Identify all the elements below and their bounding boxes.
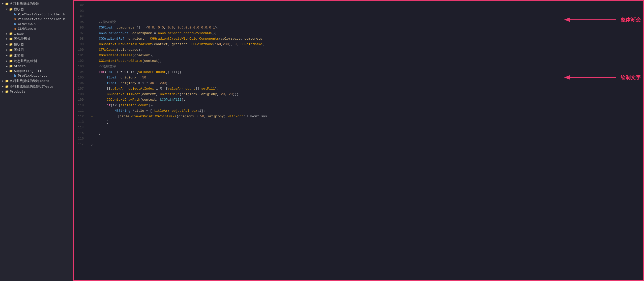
file-icon-pie-h: h	[13, 13, 17, 16]
line-num-98: 98	[76, 36, 84, 42]
line-num-102: 102	[76, 58, 84, 64]
line-num-95: 95	[76, 19, 84, 25]
code-line-102: CGContextRestoreGState(context);	[91, 58, 639, 64]
tree-label-shapes: 画各种形状	[14, 37, 30, 41]
tree-arrow-products: ▶	[1, 90, 5, 93]
line-num-111: 111	[76, 108, 84, 114]
tree-arrow-root: ▼	[1, 3, 5, 5]
sidebar-item-tests[interactable]: ▶📁各种曲线折线的绘制Tests	[0, 78, 73, 84]
file-icon-image: 📁	[9, 32, 13, 36]
line-num-92: 92	[76, 3, 84, 8]
tree-arrow-draw: ▶	[5, 48, 9, 51]
code-line-95: //整体渐变	[91, 19, 639, 25]
tree-label-trend: 走势图	[14, 53, 24, 58]
file-icon-clm-m: m	[13, 27, 17, 31]
sidebar-item-clm-m[interactable]: mCLMView.m	[0, 26, 73, 31]
sidebar-item-dynamic[interactable]: ▶📁动态曲线的绘制	[0, 58, 73, 64]
code-line-101: CGGradientRelease(gradient);	[91, 53, 639, 58]
code-line-107: [[colorArr objectAtIndex:i % [valueArr c…	[91, 86, 639, 92]
tree-arrow-support: ▶	[5, 70, 9, 73]
tree-label-pie-m: PieChartViewController.m	[18, 17, 65, 21]
file-icon-uitests: 📁	[5, 85, 9, 89]
sidebar-item-clm-h[interactable]: hCLMView.h	[0, 22, 73, 26]
code-line-113: }	[91, 119, 639, 125]
tree-label-clm-h: CLMView.h	[18, 22, 36, 26]
tree-arrow-image: ▶	[5, 32, 9, 35]
tree-label-draw: 画线图	[14, 48, 24, 52]
line-num-104: 104	[76, 69, 84, 75]
code-line-110: if(i< [titleArr count]){	[91, 103, 639, 108]
tree-arrow-others: ▶	[5, 65, 9, 68]
tree-label-uitests: 各种曲线折线的绘制UITests	[10, 84, 53, 89]
code-line-94	[91, 14, 639, 19]
sidebar-item-uitests[interactable]: ▶📁各种曲线折线的绘制UITests	[0, 84, 73, 89]
code-content[interactable]: //整体渐变 CGFloat componets [] = {0.0, 0.0,…	[87, 1, 643, 280]
file-icon-pie-m: m	[13, 18, 17, 21]
tree-label-support: Supporting Files	[14, 69, 45, 73]
line-num-100: 100	[76, 47, 84, 53]
sidebar-item-pie-h[interactable]: hPieChartViewController.h	[0, 12, 73, 17]
file-icon-tests: 📁	[5, 79, 9, 83]
line-num-94: 94	[76, 14, 84, 19]
line-num-96: 96	[76, 25, 84, 31]
tree-arrow-bar: ▶	[5, 43, 9, 46]
tree-arrow-trend: ▶	[5, 54, 9, 57]
file-icon-pie: 📁	[9, 8, 13, 11]
line-num-103: 103	[76, 64, 84, 69]
code-line-96: CGFloat componets [] = {0.0, 0.0, 0.0, 0…	[91, 25, 639, 31]
line-num-112: 112	[76, 114, 84, 119]
sidebar-item-others[interactable]: ▶📁others	[0, 64, 73, 69]
tree-arrow-pie: ▼	[5, 8, 9, 11]
line-num-106: 106	[76, 80, 84, 86]
warning-icon-line-112: ⚠	[91, 114, 93, 119]
code-line-106: float origiony = i * 30 + 200;	[91, 80, 639, 86]
sidebar: ▼📁各种曲线折线的绘制▼📁饼状图hPieChartViewController.…	[0, 0, 73, 281]
code-line-109: CGContextDrawPath(context, kCGPathFill);	[91, 97, 639, 103]
tree-label-pie: 饼状图	[14, 7, 24, 12]
code-editor[interactable]: 9293949596979899100101102103104105106107…	[73, 0, 644, 281]
line-num-110: 110	[76, 103, 84, 108]
file-icon-shapes: 📁	[9, 37, 13, 41]
line-num-105: 105	[76, 75, 84, 80]
file-icon-support: 📁	[9, 69, 13, 73]
file-icon-others: 📁	[9, 64, 13, 68]
tree-arrow-uitests: ▶	[1, 85, 5, 88]
main-content: 9293949596979899100101102103104105106107…	[73, 0, 644, 281]
code-line-116	[91, 136, 639, 142]
code-line-103: //绘制文字	[91, 64, 639, 69]
code-line-108: CGContextFillRect(context, CGRectMake(or…	[91, 92, 639, 97]
tree-label-others: others	[14, 64, 26, 68]
sidebar-item-draw[interactable]: ▶📁画线图	[0, 47, 73, 53]
code-line-117: }	[91, 142, 639, 147]
sidebar-item-products[interactable]: ▶📁Products	[0, 89, 73, 94]
tree-arrow-shapes: ▶	[5, 37, 9, 40]
file-icon-draw: 📁	[9, 48, 13, 52]
tree-label-pie-h: PieChartViewController.h	[18, 13, 65, 16]
sidebar-item-pie-m[interactable]: mPieChartViewController.m	[0, 17, 73, 22]
sidebar-item-trend[interactable]: ▶📁走势图	[0, 53, 73, 58]
sidebar-item-pie[interactable]: ▼📁饼状图	[0, 7, 73, 12]
tree-label-image: image	[14, 32, 24, 36]
tree-label-root: 各种曲线折线的绘制	[10, 2, 39, 6]
line-num-116: 116	[76, 136, 84, 142]
code-line-115: }	[91, 130, 639, 136]
line-num-114: 114	[76, 125, 84, 130]
code-line-114	[91, 125, 639, 130]
sidebar-item-image[interactable]: ▶📁image	[0, 31, 73, 36]
line-num-113: 113	[76, 119, 84, 125]
sidebar-item-root[interactable]: ▼📁各种曲线折线的绘制	[0, 1, 73, 7]
line-num-101: 101	[76, 53, 84, 58]
tree-label-clm-m: CLMView.m	[18, 27, 36, 31]
file-icon-clm-h: h	[13, 22, 17, 26]
file-icon-products: 📁	[5, 90, 9, 94]
tree-arrow-tests: ▶	[1, 79, 5, 82]
line-num-97: 97	[76, 31, 84, 36]
tree-arrow-dynamic: ▶	[5, 60, 9, 63]
code-line-93	[91, 8, 639, 14]
sidebar-item-shapes[interactable]: ▶📁画各种形状	[0, 36, 73, 42]
code-area-wrapper: //整体渐变 CGFloat componets [] = {0.0, 0.0,…	[87, 1, 643, 280]
sidebar-item-prefix[interactable]: hPrefixHeader.pch	[0, 73, 73, 78]
file-icon-trend: 📁	[9, 54, 13, 58]
sidebar-item-bar[interactable]: ▶📁柱状图	[0, 42, 73, 47]
sidebar-item-support[interactable]: ▶📁Supporting Files	[0, 69, 73, 73]
